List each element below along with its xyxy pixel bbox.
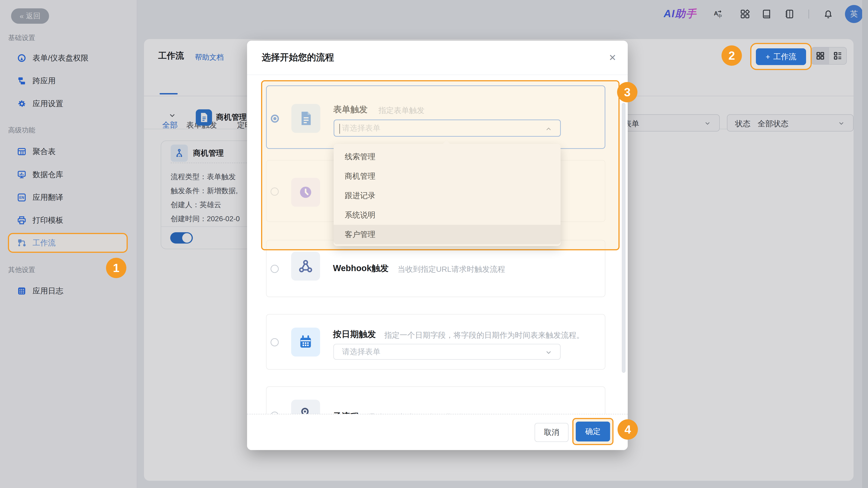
annotation-step-1: 1 (106, 258, 126, 278)
start-flow-modal: 表单触发 指定表单触发 请选择表单 Webhook触发 当收到指定URL请求时触… (247, 41, 628, 450)
option-name: 按日期触发 (333, 329, 376, 340)
option-card-date-trigger[interactable]: 按日期触发 指定一个日期字段，将字段的日期作为时间表来触发流程。 请选择表单 (266, 314, 605, 369)
calendar-icon (291, 328, 320, 357)
annotation-step-3: 3 (617, 82, 638, 102)
modal-title: 选择开始您的流程 (262, 52, 334, 63)
radio-date-trigger[interactable] (271, 338, 279, 346)
dropdown-option[interactable]: 跟进记录 (334, 186, 561, 205)
modal-scrollbar-thumb[interactable] (622, 103, 625, 373)
annotation-step-2: 2 (721, 45, 742, 66)
modal-footer: 取消 确定 (247, 414, 628, 450)
date-select-placeholder: 请选择表单 (342, 347, 380, 357)
option-name: Webhook触发 (333, 263, 389, 274)
date-form-select[interactable]: 请选择表单 (333, 344, 561, 360)
cancel-button[interactable]: 取消 (535, 423, 568, 442)
webhook-icon (291, 252, 320, 281)
option-desc: 当收到指定URL请求时触发流程 (398, 264, 505, 274)
app-screen: « 返回 基础设置 表单/仪表盘权限 跨应用 应用设置 高级功能 聚合表 数据仓… (0, 0, 868, 488)
plus-icon: + (766, 53, 770, 61)
close-icon[interactable]: ✕ (609, 52, 616, 63)
add-workflow-button-highlighted[interactable]: + 工作流 (756, 48, 806, 65)
option-desc: 指定一个日期字段，将字段的日期作为时间表来触发流程。 (384, 330, 584, 340)
radio-webhook[interactable] (271, 265, 279, 273)
form-select-dropdown: 线索管理 商机管理 跟进记录 系统说明 客户管理 (334, 144, 561, 246)
modal-scrollbar[interactable] (621, 76, 626, 414)
dropdown-option-hover[interactable]: 客户管理 (334, 225, 561, 244)
annotation-step-4: 4 (618, 419, 638, 440)
annotation-highlight-box-1 (8, 233, 128, 253)
add-workflow-label: 工作流 (773, 52, 796, 62)
dropdown-option[interactable]: 商机管理 (334, 166, 561, 186)
dropdown-option[interactable]: 线索管理 (334, 147, 561, 166)
confirm-button[interactable]: 确定 (576, 422, 610, 442)
modal-header: 选择开始您的流程 ✕ (247, 41, 628, 75)
chevron-down-icon (545, 349, 553, 356)
dropdown-option[interactable]: 系统说明 (334, 205, 561, 225)
